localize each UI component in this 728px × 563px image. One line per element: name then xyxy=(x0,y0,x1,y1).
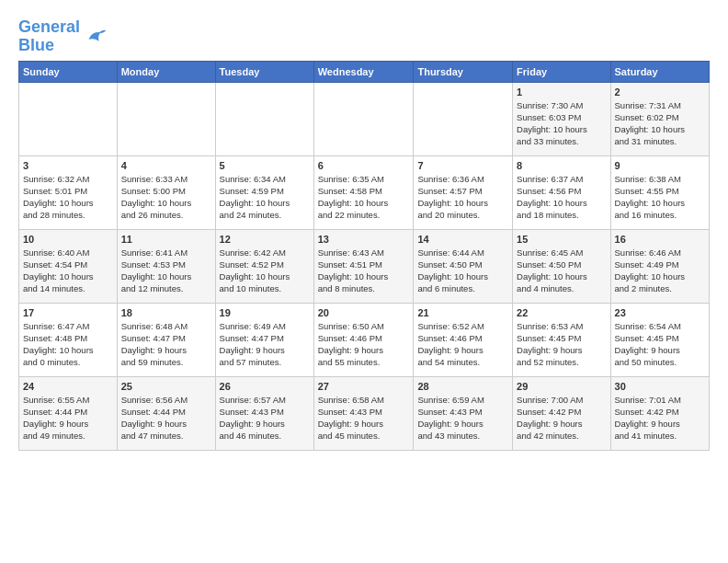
calendar-cell: 16Sunrise: 6:46 AM Sunset: 4:49 PM Dayli… xyxy=(610,229,709,303)
day-number: 27 xyxy=(318,381,410,392)
day-info: Sunrise: 6:53 AM Sunset: 4:45 PM Dayligh… xyxy=(517,320,606,369)
day-number: 13 xyxy=(318,234,410,245)
weekday-header-sunday: Sunday xyxy=(19,61,118,82)
calendar-cell: 3Sunrise: 6:32 AM Sunset: 5:01 PM Daylig… xyxy=(19,155,118,229)
calendar-cell: 24Sunrise: 6:55 AM Sunset: 4:44 PM Dayli… xyxy=(19,376,118,450)
day-number: 3 xyxy=(23,160,113,171)
calendar-cell: 12Sunrise: 6:42 AM Sunset: 4:52 PM Dayli… xyxy=(215,229,313,303)
day-number: 22 xyxy=(517,307,606,318)
day-info: Sunrise: 6:50 AM Sunset: 4:46 PM Dayligh… xyxy=(318,320,410,369)
logo-blue: Blue xyxy=(18,37,80,55)
calendar-week-3: 10Sunrise: 6:40 AM Sunset: 4:54 PM Dayli… xyxy=(19,229,710,303)
calendar-table: SundayMondayTuesdayWednesdayThursdayFrid… xyxy=(18,61,710,451)
calendar-week-2: 3Sunrise: 6:32 AM Sunset: 5:01 PM Daylig… xyxy=(19,155,710,229)
logo: General Blue xyxy=(18,18,108,55)
day-number: 8 xyxy=(517,160,606,171)
calendar-cell: 27Sunrise: 6:58 AM Sunset: 4:43 PM Dayli… xyxy=(313,376,414,450)
day-number: 29 xyxy=(517,381,606,392)
day-info: Sunrise: 6:45 AM Sunset: 4:50 PM Dayligh… xyxy=(517,247,606,295)
calendar-cell: 11Sunrise: 6:41 AM Sunset: 4:53 PM Dayli… xyxy=(117,229,215,303)
day-info: Sunrise: 6:37 AM Sunset: 4:56 PM Dayligh… xyxy=(517,173,606,222)
calendar-cell xyxy=(414,82,513,155)
calendar-cell: 5Sunrise: 6:34 AM Sunset: 4:59 PM Daylig… xyxy=(215,155,313,229)
calendar-body: 1Sunrise: 7:30 AM Sunset: 6:03 PM Daylig… xyxy=(19,82,710,450)
day-number: 25 xyxy=(121,381,211,392)
calendar-cell xyxy=(19,82,118,155)
day-number: 18 xyxy=(121,307,211,318)
logo-text: General xyxy=(18,18,80,37)
calendar-cell: 15Sunrise: 6:45 AM Sunset: 4:50 PM Dayli… xyxy=(513,229,610,303)
calendar-cell: 20Sunrise: 6:50 AM Sunset: 4:46 PM Dayli… xyxy=(313,303,414,376)
day-number: 5 xyxy=(220,160,310,171)
calendar-cell: 30Sunrise: 7:01 AM Sunset: 4:42 PM Dayli… xyxy=(610,376,709,450)
calendar-week-5: 24Sunrise: 6:55 AM Sunset: 4:44 PM Dayli… xyxy=(19,376,710,450)
day-info: Sunrise: 6:38 AM Sunset: 4:55 PM Dayligh… xyxy=(615,173,705,222)
day-info: Sunrise: 6:42 AM Sunset: 4:52 PM Dayligh… xyxy=(220,247,310,295)
day-number: 2 xyxy=(615,86,705,98)
day-number: 15 xyxy=(517,234,606,245)
day-info: Sunrise: 6:59 AM Sunset: 4:43 PM Dayligh… xyxy=(417,394,508,442)
day-info: Sunrise: 6:49 AM Sunset: 4:47 PM Dayligh… xyxy=(220,320,310,369)
weekday-header-row: SundayMondayTuesdayWednesdayThursdayFrid… xyxy=(19,61,710,82)
day-number: 23 xyxy=(615,307,705,318)
day-number: 7 xyxy=(417,160,508,171)
calendar-cell: 13Sunrise: 6:43 AM Sunset: 4:51 PM Dayli… xyxy=(313,229,414,303)
day-info: Sunrise: 6:55 AM Sunset: 4:44 PM Dayligh… xyxy=(23,394,113,442)
weekday-header-friday: Friday xyxy=(513,61,610,82)
day-info: Sunrise: 6:44 AM Sunset: 4:50 PM Dayligh… xyxy=(417,247,508,295)
day-info: Sunrise: 6:48 AM Sunset: 4:47 PM Dayligh… xyxy=(121,320,211,369)
day-info: Sunrise: 6:57 AM Sunset: 4:43 PM Dayligh… xyxy=(220,394,310,442)
logo-bird-icon xyxy=(82,24,108,50)
weekday-header-thursday: Thursday xyxy=(414,61,513,82)
day-number: 20 xyxy=(318,307,410,318)
weekday-header-wednesday: Wednesday xyxy=(313,61,414,82)
calendar-cell xyxy=(313,82,414,155)
calendar-cell: 14Sunrise: 6:44 AM Sunset: 4:50 PM Dayli… xyxy=(414,229,513,303)
calendar-cell: 1Sunrise: 7:30 AM Sunset: 6:03 PM Daylig… xyxy=(513,82,610,155)
calendar-header: SundayMondayTuesdayWednesdayThursdayFrid… xyxy=(19,61,710,82)
calendar-cell: 9Sunrise: 6:38 AM Sunset: 4:55 PM Daylig… xyxy=(610,155,709,229)
day-number: 28 xyxy=(417,381,508,392)
day-info: Sunrise: 6:34 AM Sunset: 4:59 PM Dayligh… xyxy=(220,173,310,222)
calendar-cell: 8Sunrise: 6:37 AM Sunset: 4:56 PM Daylig… xyxy=(513,155,610,229)
day-number: 4 xyxy=(121,160,211,171)
day-number: 12 xyxy=(220,234,310,245)
day-info: Sunrise: 7:00 AM Sunset: 4:42 PM Dayligh… xyxy=(517,394,606,442)
calendar-cell: 17Sunrise: 6:47 AM Sunset: 4:48 PM Dayli… xyxy=(19,303,118,376)
calendar-cell: 18Sunrise: 6:48 AM Sunset: 4:47 PM Dayli… xyxy=(117,303,215,376)
calendar-cell xyxy=(117,82,215,155)
day-number: 19 xyxy=(220,307,310,318)
day-number: 16 xyxy=(615,234,705,245)
calendar-cell: 7Sunrise: 6:36 AM Sunset: 4:57 PM Daylig… xyxy=(414,155,513,229)
day-number: 30 xyxy=(615,381,705,392)
calendar-cell xyxy=(215,82,313,155)
day-info: Sunrise: 6:47 AM Sunset: 4:48 PM Dayligh… xyxy=(23,320,113,369)
calendar-cell: 28Sunrise: 6:59 AM Sunset: 4:43 PM Dayli… xyxy=(414,376,513,450)
calendar-cell: 6Sunrise: 6:35 AM Sunset: 4:58 PM Daylig… xyxy=(313,155,414,229)
calendar-week-1: 1Sunrise: 7:30 AM Sunset: 6:03 PM Daylig… xyxy=(19,82,710,155)
day-info: Sunrise: 6:46 AM Sunset: 4:49 PM Dayligh… xyxy=(615,247,705,295)
calendar-cell: 25Sunrise: 6:56 AM Sunset: 4:44 PM Dayli… xyxy=(117,376,215,450)
day-info: Sunrise: 6:54 AM Sunset: 4:45 PM Dayligh… xyxy=(615,320,705,369)
header: General Blue xyxy=(18,15,710,55)
day-info: Sunrise: 7:01 AM Sunset: 4:42 PM Dayligh… xyxy=(615,394,705,442)
weekday-header-tuesday: Tuesday xyxy=(215,61,313,82)
calendar-cell: 23Sunrise: 6:54 AM Sunset: 4:45 PM Dayli… xyxy=(610,303,709,376)
day-info: Sunrise: 6:52 AM Sunset: 4:46 PM Dayligh… xyxy=(417,320,508,369)
calendar-cell: 21Sunrise: 6:52 AM Sunset: 4:46 PM Dayli… xyxy=(414,303,513,376)
day-info: Sunrise: 6:43 AM Sunset: 4:51 PM Dayligh… xyxy=(318,247,410,295)
calendar-cell: 29Sunrise: 7:00 AM Sunset: 4:42 PM Dayli… xyxy=(513,376,610,450)
calendar-cell: 10Sunrise: 6:40 AM Sunset: 4:54 PM Dayli… xyxy=(19,229,118,303)
calendar-cell: 19Sunrise: 6:49 AM Sunset: 4:47 PM Dayli… xyxy=(215,303,313,376)
day-info: Sunrise: 7:31 AM Sunset: 6:02 PM Dayligh… xyxy=(615,99,705,148)
day-number: 1 xyxy=(517,86,606,98)
day-number: 17 xyxy=(23,307,113,318)
day-number: 9 xyxy=(615,160,705,171)
day-info: Sunrise: 6:40 AM Sunset: 4:54 PM Dayligh… xyxy=(23,247,113,295)
day-info: Sunrise: 7:30 AM Sunset: 6:03 PM Dayligh… xyxy=(517,99,606,148)
day-number: 11 xyxy=(121,234,211,245)
day-info: Sunrise: 6:35 AM Sunset: 4:58 PM Dayligh… xyxy=(318,173,410,222)
day-info: Sunrise: 6:56 AM Sunset: 4:44 PM Dayligh… xyxy=(121,394,211,442)
day-number: 10 xyxy=(23,234,113,245)
calendar-cell: 22Sunrise: 6:53 AM Sunset: 4:45 PM Dayli… xyxy=(513,303,610,376)
